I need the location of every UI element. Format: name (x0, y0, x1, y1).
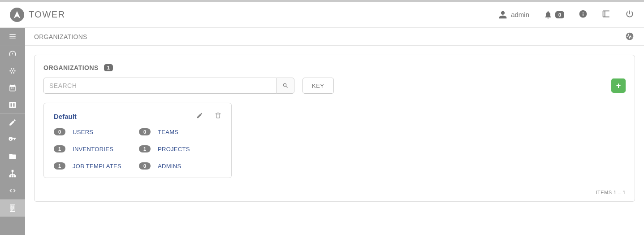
svg-point-6 (13, 72, 14, 74)
panel-controls: KEY + (43, 78, 626, 94)
link-label: JOB TEMPLATES (73, 163, 121, 170)
page-header: ORGANIZATIONS (25, 28, 644, 46)
folder-icon (9, 152, 17, 161)
notifications-count: 0 (555, 11, 564, 18)
info-icon (579, 9, 588, 18)
search-group (43, 78, 294, 94)
sidebar-dashboard[interactable] (0, 45, 25, 62)
link-label: TEAMS (158, 129, 178, 135)
main: ORGANIZATIONS ORGANIZATIONS 1 (25, 28, 644, 235)
org-teams-link[interactable]: 0 TEAMS (139, 128, 221, 135)
sidebar (0, 28, 25, 235)
search-input[interactable] (43, 78, 277, 94)
sidebar-inventories[interactable] (0, 165, 25, 182)
edit-icon (9, 118, 17, 126)
org-job-templates-link[interactable]: 1 JOB TEMPLATES (54, 162, 136, 170)
svg-point-4 (13, 68, 14, 70)
org-admins-link[interactable]: 0 ADMINS (139, 162, 221, 170)
code-icon (9, 187, 17, 195)
search-button[interactable] (277, 78, 294, 94)
count-badge: 1 (54, 145, 65, 152)
org-actions (196, 112, 221, 120)
trash-icon (215, 112, 221, 119)
activity-icon (625, 32, 634, 41)
sidebar-projects[interactable] (0, 148, 25, 165)
count-badge: 1 (54, 162, 65, 170)
pencil-icon (196, 112, 203, 119)
dashboard-icon (9, 50, 17, 58)
link-label: INVENTORIES (73, 146, 113, 152)
svg-point-0 (12, 70, 13, 72)
bell-icon (544, 10, 553, 19)
key-button[interactable]: KEY (303, 78, 334, 94)
svg-rect-8 (9, 176, 11, 177)
plus-icon: + (616, 81, 621, 91)
org-card-header: Default (54, 112, 221, 120)
add-organization-button[interactable]: + (611, 78, 626, 93)
brand-logo-icon (10, 8, 24, 22)
user-menu[interactable]: admin (498, 10, 529, 19)
activity-stream-button[interactable] (625, 32, 635, 42)
jobs-icon (9, 67, 17, 75)
org-name-link[interactable]: Default (54, 113, 77, 120)
docs-button[interactable] (602, 9, 611, 20)
org-links: 0 USERS 0 TEAMS 1 INVENTORIES 1 (54, 128, 221, 170)
sidebar-credentials[interactable] (0, 131, 25, 148)
items-range: ITEMS 1 – 1 (596, 190, 626, 195)
count-badge: 0 (139, 162, 151, 170)
organizations-panel: ORGANIZATIONS 1 KEY + (34, 55, 635, 202)
brand[interactable]: TOWER (10, 8, 65, 22)
svg-point-2 (14, 70, 16, 72)
svg-point-1 (9, 70, 11, 72)
username: admin (511, 11, 529, 18)
sidebar-menu-toggle[interactable] (0, 28, 25, 45)
svg-rect-7 (12, 170, 13, 172)
search-icon (282, 83, 289, 89)
svg-rect-9 (12, 176, 13, 177)
calendar-icon (9, 84, 17, 92)
sidebar-templates[interactable] (0, 114, 25, 131)
panel-count-badge: 1 (104, 64, 113, 71)
brand-text: TOWER (29, 9, 65, 20)
building-icon (9, 204, 17, 212)
svg-point-5 (11, 72, 12, 74)
info-button[interactable] (579, 9, 588, 20)
logout-button[interactable] (625, 9, 634, 20)
topbar: TOWER admin 0 (0, 0, 644, 28)
sidebar-organizations[interactable] (0, 200, 25, 217)
book-icon (602, 9, 611, 18)
svg-point-3 (11, 68, 12, 70)
org-users-link[interactable]: 0 USERS (54, 128, 136, 135)
org-inventories-link[interactable]: 1 INVENTORIES (54, 145, 136, 152)
edit-org-button[interactable] (196, 112, 203, 120)
link-label: PROJECTS (158, 146, 190, 152)
count-badge: 1 (139, 145, 151, 152)
panel-header: ORGANIZATIONS 1 (43, 64, 626, 71)
sitemap-icon (9, 170, 17, 178)
delete-org-button[interactable] (215, 112, 221, 120)
sidebar-schedules[interactable] (0, 79, 25, 96)
sidebar-inventory-scripts[interactable] (0, 182, 25, 199)
panel-title: ORGANIZATIONS (43, 64, 99, 71)
notifications[interactable]: 0 (544, 10, 564, 19)
svg-rect-10 (14, 176, 16, 177)
link-label: USERS (73, 129, 93, 135)
link-label: ADMINS (158, 163, 181, 170)
user-icon (498, 10, 507, 19)
organization-card: Default 0 USERS (43, 103, 232, 178)
sidebar-jobs[interactable] (0, 62, 25, 79)
menu-icon (9, 32, 17, 40)
count-badge: 0 (139, 128, 151, 135)
org-projects-link[interactable]: 1 PROJECTS (139, 145, 221, 152)
count-badge: 0 (54, 128, 65, 135)
sidebar-portal[interactable] (0, 96, 25, 113)
key-icon (9, 135, 17, 144)
panel-footer: ITEMS 1 – 1 (43, 190, 626, 195)
power-icon (625, 9, 634, 18)
columns-icon (9, 101, 17, 109)
topbar-right: admin 0 (498, 9, 634, 20)
page-title: ORGANIZATIONS (34, 33, 87, 40)
content: ORGANIZATIONS 1 KEY + (25, 46, 644, 211)
